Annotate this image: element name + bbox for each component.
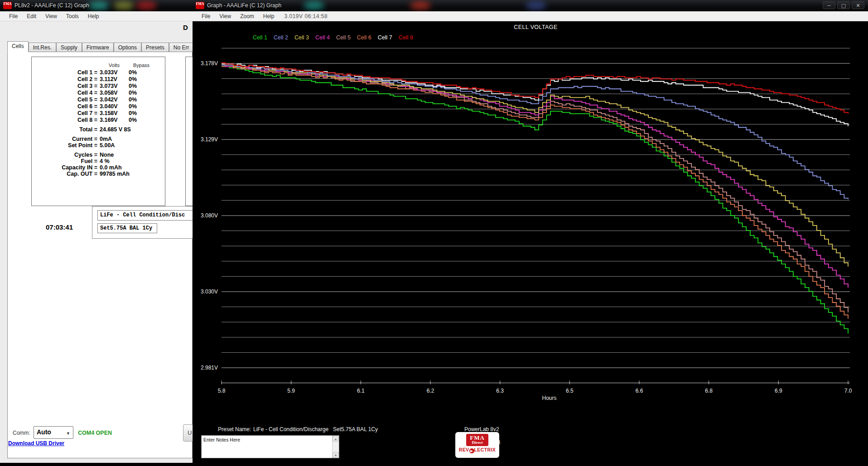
- cell-row-volts: 3.073V: [100, 83, 129, 89]
- summary-row: Cap. OUT =99785 mAh: [32, 171, 165, 177]
- summary-label: Capacity IN =: [32, 164, 100, 171]
- summary-label: Cap. OUT =: [32, 171, 100, 177]
- pack-summary: Total =24.685 V 8SCurrent =0mASet Point …: [32, 126, 165, 177]
- summary-value: 0.0 mAh: [100, 164, 154, 171]
- graph-titlebar[interactable]: FMA Graph - AAALiFe (C 12) Graph ─ ▢ ✕: [193, 0, 868, 11]
- tab-cells[interactable]: Cells: [7, 41, 29, 52]
- summary-label: Total =: [32, 126, 100, 133]
- close-button[interactable]: ✕: [852, 1, 864, 9]
- tab-presets[interactable]: Presets: [141, 43, 169, 52]
- notes-scrollbar[interactable]: ▲ ▼: [332, 436, 339, 458]
- cell-voltage-chart: 3.178V3.129V3.080V3.030V2.981V5.85.96.16…: [193, 21, 868, 466]
- y-tick-label: 2.981V: [201, 365, 218, 371]
- y-tick-label: 3.178V: [201, 60, 218, 67]
- y-tick-label: 3.129V: [201, 136, 218, 143]
- x-tick-label: 7.0: [844, 388, 852, 394]
- graph-window-title: Graph - AAALiFe (C 12) Graph: [207, 2, 281, 9]
- pl8v2-titlebar[interactable]: FMA PL8v2 - AAALiFe (C 12) Graph: [0, 0, 193, 11]
- x-tick-label: 6.5: [566, 388, 574, 394]
- menu-zoom[interactable]: Zoom: [236, 12, 259, 21]
- graph-window: FMA Graph - AAALiFe (C 12) Graph ─ ▢ ✕ F…: [193, 0, 868, 466]
- cell-row-label: Cell 8 =: [32, 117, 100, 123]
- chart-plot-area: 3.178V3.129V3.080V3.030V2.981V5.85.96.16…: [193, 21, 868, 466]
- scroll-up-icon[interactable]: ▲: [333, 436, 339, 442]
- summary-row: Cycles =None: [32, 152, 165, 158]
- notes-placeholder-text: Enter Notes Here: [203, 437, 240, 442]
- tab-supply[interactable]: Supply: [56, 43, 82, 52]
- fma-app-icon: FMA: [196, 2, 204, 9]
- menu-edit[interactable]: Edit: [22, 12, 41, 21]
- cell-row-label: Cell 5 =: [32, 96, 100, 103]
- summary-row: Set Point =5.00A: [32, 142, 165, 149]
- notes-input[interactable]: Enter Notes Here ▲ ▼: [201, 435, 339, 458]
- tab-firmware[interactable]: Firmware: [82, 43, 114, 52]
- cell-row-bypass: 0%: [129, 83, 154, 89]
- preset-name-field[interactable]: LiFe - Cell Condition/Disc: [97, 210, 193, 221]
- cell-row-volts: 3.033V: [100, 69, 129, 76]
- maximize-button[interactable]: ▢: [837, 1, 850, 9]
- menu-help[interactable]: Help: [83, 12, 104, 21]
- tab-noerr[interactable]: No Err: [169, 43, 193, 52]
- cell-row-bypass: 0%: [129, 117, 154, 123]
- menu-help[interactable]: Help: [259, 12, 279, 21]
- scroll-down-icon[interactable]: ▼: [333, 452, 339, 458]
- cell-row-label: Cell 1 =: [32, 69, 100, 76]
- menu-file[interactable]: File: [197, 12, 215, 21]
- graph-menubar: FileViewZoomHelp3.019V 06:14:58: [193, 11, 868, 21]
- cell-row-label: Cell 6 =: [32, 103, 100, 110]
- comm-port-value: Auto: [37, 428, 51, 436]
- summary-row: Capacity IN =0.0 mAh: [32, 164, 165, 171]
- partial-heading: D: [183, 24, 188, 31]
- minimize-button[interactable]: ─: [823, 1, 835, 9]
- preset-detail-field[interactable]: Set5.75A BAL 1Cy: [97, 223, 157, 233]
- cell-row-label: Cell 2 =: [32, 76, 100, 82]
- revolectrix-wordmark: REV▶LECTRIX: [455, 447, 499, 453]
- summary-row: Current =0mA: [32, 136, 165, 142]
- tab-options[interactable]: Options: [114, 43, 141, 52]
- revolectrix-o-icon: ▶: [469, 448, 474, 453]
- menu-tools[interactable]: Tools: [62, 12, 83, 21]
- cell-row-label: Cell 4 =: [32, 90, 100, 96]
- secondary-box-sliver: [185, 57, 193, 206]
- cell-voltage-readout-box: Volts Bypass Cell 1 =3.033V0%Cell 2 =3.1…: [31, 57, 165, 206]
- volts-column-header: Volts: [100, 62, 129, 69]
- x-tick-label: 6.8: [705, 388, 713, 394]
- summary-value: 0mA: [100, 136, 154, 142]
- cursor-readout-status: 3.019V 06:14:58: [279, 12, 333, 21]
- chevron-down-icon: ▼: [66, 431, 70, 436]
- comm-label: Comm:: [13, 430, 30, 436]
- cell-row-bypass: 0%: [129, 110, 154, 116]
- menu-file[interactable]: File: [5, 12, 22, 21]
- fma-direct-badge: FMA Direct: [466, 434, 488, 446]
- partial-update-button[interactable]: U: [183, 424, 193, 442]
- aero-blur-blob: [113, 1, 134, 10]
- aero-blur-blob: [88, 1, 109, 10]
- x-tick-label: 5.9: [287, 388, 295, 394]
- aero-blur-blob: [136, 1, 157, 10]
- cell-row-volts: 3.058V: [100, 90, 129, 96]
- cell-row-label: Cell 7 =: [32, 110, 100, 116]
- tab-intres[interactable]: Int.Res.: [29, 43, 56, 52]
- summary-value: None: [100, 152, 154, 158]
- download-usb-driver-link[interactable]: Download USB Driver: [8, 440, 64, 447]
- summary-value: 4 %: [100, 158, 154, 164]
- series-cell-2: [222, 65, 848, 199]
- pl8v2-tab-strip: CellsInt.Res.SupplyFirmwareOptionsPreset…: [7, 41, 193, 52]
- aero-blur-blob: [410, 1, 431, 10]
- summary-row: Fuel =4 %: [32, 158, 165, 164]
- x-tick-label: 6.3: [496, 388, 504, 394]
- fma-app-icon: FMA: [3, 2, 12, 9]
- summary-label: Cycles =: [32, 152, 100, 158]
- x-axis-title: Hours: [542, 395, 556, 401]
- menu-view[interactable]: View: [41, 12, 62, 21]
- aero-blur-blob: [304, 1, 324, 10]
- cells-tab-panel: Volts Bypass Cell 1 =3.033V0%Cell 2 =3.1…: [7, 52, 193, 458]
- comm-port-select[interactable]: Auto ▼: [34, 426, 73, 439]
- cell-row-volts: 3.042V: [100, 96, 129, 103]
- preset-name-value: LiFe - Cell Condition/Discharge Set5.75A…: [253, 426, 378, 432]
- cell-voltage-table: Volts Bypass Cell 1 =3.033V0%Cell 2 =3.1…: [32, 62, 165, 123]
- fma-revolectrix-logo: FMA Direct REV▶LECTRIX: [455, 432, 499, 458]
- cell-row-volts: 3.169V: [100, 117, 129, 123]
- aero-blur-blob: [526, 1, 546, 10]
- menu-view[interactable]: View: [215, 12, 236, 21]
